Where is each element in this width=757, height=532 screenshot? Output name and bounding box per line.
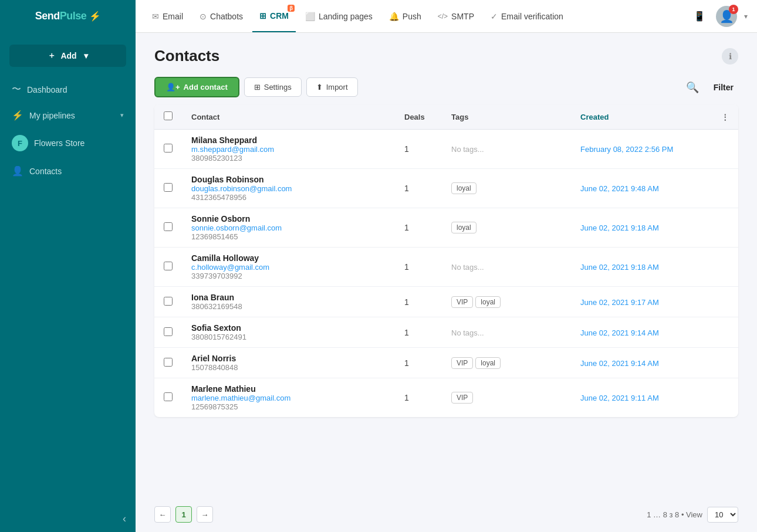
row-checkbox[interactable] [164, 327, 173, 336]
contact-phone: 380985230123 [191, 154, 386, 162]
row-created-cell: June 02, 2021 9:48 AM [571, 169, 712, 208]
row-created-cell: June 02, 2021 9:14 AM [571, 317, 712, 348]
add-contact-button[interactable]: 👤+ Add contact [154, 77, 239, 97]
table-row: Marlene Mathieumarlene.mathieu@gmail.com… [154, 378, 738, 418]
logo-text: SendPulse ⚡ [35, 10, 101, 22]
row-more-cell [712, 378, 738, 418]
th-check [154, 104, 182, 130]
search-button[interactable]: 🔍 [683, 78, 702, 97]
nav-chatbots[interactable]: ⊙ Chatbots [192, 0, 250, 32]
created-date: June 02, 2021 9:18 AM [580, 263, 659, 272]
row-more-cell [712, 248, 738, 287]
pagination-bar: ← 1 → 1 … 8 з 8 • View 10 25 50 [136, 497, 757, 532]
contact-name[interactable]: Camilla Holloway [191, 253, 386, 263]
toolbar: 👤+ Add contact ⊞ Settings ⬆ Import 🔍 Fil… [136, 72, 757, 104]
avatar-dropdown-arrow[interactable]: ▾ [744, 12, 748, 21]
row-checkbox[interactable] [164, 358, 173, 367]
smtp-nav-icon: </> [438, 12, 448, 21]
select-all-checkbox[interactable] [164, 111, 173, 120]
no-tags-label: No tags... [451, 328, 484, 337]
nav-email-verif[interactable]: ✓ Email verification [484, 0, 570, 32]
contact-name[interactable]: Milana Sheppard [191, 135, 386, 145]
th-tags: Tags [442, 104, 571, 130]
no-tags-label: No tags... [451, 145, 484, 154]
created-date: February 08, 2022 2:56 PM [580, 145, 673, 154]
sidebar-item-store[interactable]: F Flowers Store [0, 128, 136, 158]
row-tags-cell: No tags... [442, 130, 571, 169]
view-select[interactable]: 10 25 50 [707, 507, 738, 523]
sidebar-item-contacts[interactable]: 👤 Contacts [0, 158, 136, 184]
row-tags-cell: No tags... [442, 317, 571, 348]
page-info-text: 1 … 8 з 8 • View [647, 510, 702, 519]
contact-name[interactable]: Ariel Norris [191, 354, 386, 363]
created-date: June 02, 2021 9:18 AM [580, 223, 659, 232]
nav-landing[interactable]: ⬜ Landing pages [298, 0, 380, 32]
nav-items: ✉ Email ⊙ Chatbots ⊞ CRM β ⬜ Landing pag… [136, 0, 690, 32]
row-contact-cell: Sofia Sexton3808015762491 [182, 317, 395, 348]
current-page-btn[interactable]: 1 [175, 506, 192, 523]
nav-push[interactable]: 🔔 Push [382, 0, 428, 32]
row-more-cell [712, 130, 738, 169]
sidebar-item-dashboard[interactable]: 〜 Dashboard [0, 76, 136, 103]
table-row: Douglas Robinsondouglas.robinson@gmail.c… [154, 169, 738, 208]
row-checkbox-cell [154, 248, 182, 287]
row-checkbox[interactable] [164, 392, 173, 401]
tag-badge: VIP [451, 296, 473, 308]
row-deals-cell: 1 [395, 378, 442, 418]
info-icon[interactable]: ℹ [722, 48, 738, 65]
prev-page-btn[interactable]: ← [154, 506, 171, 523]
contact-name[interactable]: Sofia Sexton [191, 323, 386, 333]
row-checkbox[interactable] [164, 222, 173, 231]
row-created-cell: February 08, 2022 2:56 PM [571, 130, 712, 169]
contact-name[interactable]: Sonnie Osborn [191, 214, 386, 223]
chatbots-nav-icon: ⊙ [200, 12, 207, 21]
store-avatar: F [12, 135, 28, 151]
add-button[interactable]: ＋ Add ▾ [9, 45, 126, 67]
row-contact-cell: Ariel Norris15078840848 [182, 348, 395, 378]
row-checkbox-cell [154, 348, 182, 378]
nav-smtp[interactable]: </> SMTP [431, 0, 481, 32]
row-created-cell: June 02, 2021 9:18 AM [571, 208, 712, 248]
nav-email[interactable]: ✉ Email [145, 0, 190, 32]
tag-badge: loyal [451, 222, 476, 233]
import-button[interactable]: ⬆ Import [306, 77, 358, 97]
sidebar: ＋ Add ▾ 〜 Dashboard ⚡ My pipelines ▾ F F… [0, 33, 136, 532]
page-header: Contacts ℹ [136, 33, 757, 72]
settings-button[interactable]: ⊞ Settings [244, 77, 302, 97]
deals-value: 1 [404, 297, 409, 307]
row-checkbox[interactable] [164, 297, 173, 306]
next-page-btn[interactable]: → [197, 506, 213, 523]
contact-phone: 4312365478956 [191, 193, 386, 202]
beta-badge: β [288, 5, 295, 12]
row-checkbox-cell [154, 169, 182, 208]
add-dropdown-arrow: ▾ [84, 51, 88, 60]
row-checkbox[interactable] [164, 183, 173, 192]
nav-crm[interactable]: ⊞ CRM β [252, 0, 296, 32]
column-more-icon[interactable]: ⋮ [721, 113, 729, 121]
filter-button[interactable]: Filter [709, 80, 738, 94]
deals-value: 1 [404, 144, 409, 154]
mobile-icon-btn[interactable]: 📱 [690, 7, 709, 26]
user-avatar-wrap[interactable]: 👤 1 [716, 6, 737, 27]
logo[interactable]: SendPulse ⚡ [0, 0, 136, 33]
row-checkbox-cell [154, 317, 182, 348]
row-checkbox[interactable] [164, 144, 173, 153]
tag-badge: VIP [451, 357, 473, 369]
row-more-cell [712, 317, 738, 348]
contact-name[interactable]: Marlene Mathieu [191, 384, 386, 394]
contact-email: m.sheppard@gmail.com [191, 145, 386, 154]
row-deals-cell: 1 [395, 348, 442, 378]
row-contact-cell: Marlene Mathieumarlene.mathieu@gmail.com… [182, 378, 395, 418]
row-deals-cell: 1 [395, 248, 442, 287]
row-contact-cell: Milana Sheppardm.sheppard@gmail.com38098… [182, 130, 395, 169]
row-checkbox-cell [154, 208, 182, 248]
row-contact-cell: Iona Braun380632169548 [182, 287, 395, 317]
contact-name[interactable]: Douglas Robinson [191, 175, 386, 184]
row-tags-cell: loyal [442, 169, 571, 208]
email-nav-icon: ✉ [152, 12, 159, 21]
contact-email: sonnie.osborn@gmail.com [191, 223, 386, 232]
contact-name[interactable]: Iona Braun [191, 293, 386, 302]
sidebar-collapse-btn[interactable]: ‹ [0, 506, 136, 532]
sidebar-item-pipelines[interactable]: ⚡ My pipelines ▾ [0, 103, 136, 128]
row-checkbox[interactable] [164, 262, 173, 270]
